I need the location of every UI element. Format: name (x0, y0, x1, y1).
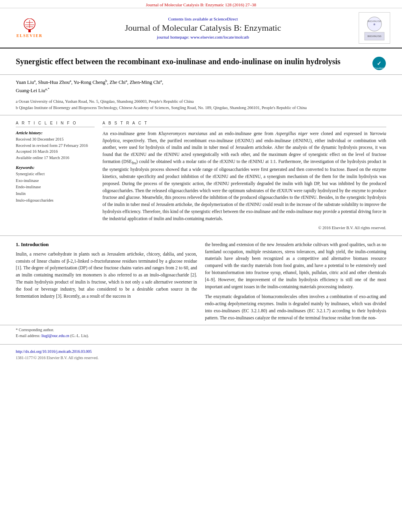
elsevier-tree-icon (20, 19, 39, 33)
introduction-section: 1. Introduction Inulin, a reserve carboh… (0, 236, 402, 325)
svg-text:✓: ✓ (377, 60, 382, 67)
email-link[interactable]: liugl@ouc.edu.cn (41, 334, 69, 338)
intro-col-right: the breeding and extension of the new Je… (205, 241, 386, 325)
author-shunhua-zhou: Shun-Hua Zhou (38, 80, 69, 85)
author-zhenming-chi: Zhen-Ming Chi (130, 80, 160, 85)
authors-line: Yuan Liua, Shun-Hua Zhoua, Yu-Rong Cheng… (16, 78, 386, 86)
logo-row: ELSEVIER Contents lists available at Sci… (0, 8, 402, 48)
biocatalysis-logo: BIOCATALYSIS B BIOCATALYSIS (359, 12, 390, 44)
abstract-column: A B S T R A C T An exo-inulinase gene fr… (102, 121, 386, 230)
author-yuan-liu: Yuan Liu (16, 80, 34, 85)
article-info-abstract-section: A R T I C L E I N F O Article history: R… (0, 115, 402, 236)
accepted-date: Accepted 16 March 2016 (16, 148, 95, 155)
affiliation-a: a Ocean University of China, Yushan Road… (16, 98, 386, 105)
svg-text:BIOCATALYSIS: BIOCATALYSIS (367, 35, 382, 37)
corresponding-author-note: * Corresponding author. (16, 327, 386, 333)
revised-date: Received in revised form 27 February 201… (16, 143, 95, 149)
elsevier-label: ELSEVIER (17, 33, 43, 38)
crossmark-icon: ✓ CrossMark (372, 56, 386, 70)
footnote-area: * Corresponding author. E-mail address: … (0, 325, 402, 340)
keyword-5: Inulo-oligosaccharides (16, 197, 95, 204)
biocatalysis-logo-icon: BIOCATALYSIS B BIOCATALYSIS (361, 14, 388, 42)
authors-line2: Guang-Lei Liua,* (16, 86, 386, 95)
svg-text:CrossMark: CrossMark (374, 67, 384, 69)
intro-col-left: 1. Introduction Inulin, a reserve carboh… (16, 241, 197, 325)
contents-line: Contents lists available at ScienceDirec… (47, 17, 359, 21)
article-info-column: A R T I C L E I N F O Article history: R… (16, 121, 95, 230)
svg-text:BIOCATALYSIS: BIOCATALYSIS (367, 20, 382, 22)
doi-line: http://dx.doi.org/10.1016/j.molcatb.2016… (16, 348, 386, 355)
article-info-label: A R T I C L E I N F O (16, 121, 95, 127)
journal-top-bar: Journal of Molecular Catalysis B: Enzyma… (0, 0, 402, 8)
authors-section: Yuan Liua, Shun-Hua Zhoua, Yu-Rong Cheng… (0, 75, 402, 97)
journal-homepage: journal homepage: www.elsevier.com/locat… (47, 35, 359, 39)
article-title: Synergistic effect between the recombina… (16, 56, 364, 67)
received-date: Received 30 December 2015 (16, 136, 95, 143)
sciencedirect-link[interactable]: ScienceDirect (214, 17, 238, 21)
author-guanglei-liu: Guang-Lei Liu (16, 88, 45, 93)
keyword-2: Exo-inulinase (16, 178, 95, 184)
article-history-title: Article history: (16, 130, 95, 135)
elsevier-logo: ELSEVIER (12, 16, 47, 40)
abstract-label: A B S T R A C T (102, 121, 386, 127)
author-yurong-cheng: Yu-Rong Cheng (73, 80, 105, 85)
email-note: E-mail address: liugl@ouc.edu.cn (G.-L. … (16, 333, 386, 339)
svg-text:B: B (374, 23, 375, 26)
keyword-1: Synergistic effect (16, 171, 95, 178)
doi-link[interactable]: http://dx.doi.org/10.1016/j.molcatb.2016… (16, 349, 92, 354)
available-date: Available online 17 March 2016 (16, 155, 95, 161)
journal-title-center: Contents lists available at ScienceDirec… (47, 17, 359, 39)
keyword-4: Inulin (16, 191, 95, 197)
journal-name: Journal of Molecular Catalysis B: Enzyma… (47, 23, 359, 33)
intro-text-left: Inulin, a reserve carbohydrate in plants… (16, 251, 197, 300)
journal-citation: Journal of Molecular Catalysis B: Enzyma… (146, 2, 256, 7)
intro-text-right-2: The enzymatic degradation of biomacromol… (205, 293, 386, 321)
abstract-text: An exo-inulinase gene from Kluyveromyces… (102, 130, 386, 222)
footer-section: http://dx.doi.org/10.1016/j.molcatb.2016… (0, 344, 402, 365)
intro-heading: 1. Introduction (16, 241, 197, 248)
copyright-line: © 2016 Elsevier B.V. All rights reserved… (102, 226, 386, 230)
svg-rect-0 (28, 30, 31, 32)
keywords-title: Keywords: (16, 165, 95, 170)
intro-text-right-1: the breeding and extension of the new Je… (205, 241, 386, 291)
author-zhe-chi: Zhe Chi (110, 80, 126, 85)
article-title-section: Synergistic effect between the recombina… (0, 48, 402, 75)
issn-line: 1381-1177/© 2016 Elsevier B.V. All right… (16, 355, 386, 361)
affiliation-b: b Qingdao Institute of Bioenergy and Bio… (16, 105, 386, 111)
homepage-link[interactable]: www.elsevier.com/locate/molcatb (190, 35, 249, 39)
keyword-3: Endo-inulinase (16, 184, 95, 191)
affiliations-section: a Ocean University of China, Yushan Road… (0, 97, 402, 115)
keywords-group: Keywords: Synergistic effect Exo-inulina… (16, 165, 95, 204)
